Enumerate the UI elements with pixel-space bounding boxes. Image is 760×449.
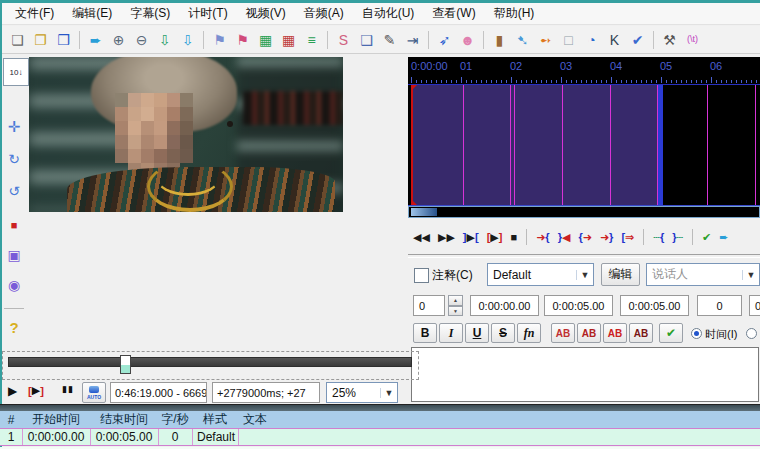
- automation-tools-icon[interactable]: ⚒: [659, 30, 680, 50]
- primary-color-button[interactable]: AB: [551, 323, 575, 343]
- play-line-button[interactable]: [▶]: [484, 230, 506, 245]
- by-frame-radio[interactable]: [746, 328, 757, 339]
- audio-ruler[interactable]: 0:00:00010203040506: [408, 57, 760, 84]
- menu-file[interactable]: 文件(F): [6, 3, 63, 24]
- drag-tool-icon[interactable]: ✛: [4, 116, 24, 138]
- menu-video[interactable]: 视频(V): [237, 3, 295, 24]
- spinner-up-icon[interactable]: ▲: [448, 295, 463, 306]
- rotate-z-tool-icon[interactable]: ↻: [4, 148, 24, 170]
- subtitle-text-input[interactable]: [411, 347, 759, 402]
- margin-left-field[interactable]: 0: [697, 295, 742, 316]
- margin-right-field[interactable]: 0: [749, 295, 760, 316]
- audio-scrollbar-thumb[interactable]: [411, 208, 437, 216]
- menu-edit[interactable]: 编辑(E): [63, 3, 121, 24]
- bold-button[interactable]: B: [413, 323, 437, 343]
- secondary-color-button[interactable]: AB: [577, 323, 601, 343]
- add-lead-out-button[interactable]: }┄: [669, 230, 686, 245]
- video-seek-track[interactable]: [8, 357, 412, 367]
- play-prev-button[interactable]: ◀◀: [410, 230, 433, 245]
- translation-assistant-icon[interactable]: ➶: [434, 30, 455, 50]
- chevron-down-icon[interactable]: ▼: [742, 270, 759, 280]
- by-time-radio[interactable]: [691, 328, 702, 339]
- fonts-collector-icon[interactable]: ➷: [512, 30, 533, 50]
- jump-to-icon[interactable]: ➨: [85, 30, 106, 50]
- strikeout-button[interactable]: S: [491, 323, 515, 343]
- play-selection-button[interactable]: ]▶[: [460, 230, 482, 245]
- shadow-color-button[interactable]: AB: [629, 323, 653, 343]
- audio-scrollbar[interactable]: [408, 206, 760, 218]
- commit-audio-button[interactable]: ✔: [699, 230, 714, 245]
- menu-subtitle[interactable]: 字幕(S): [121, 3, 179, 24]
- audio-waveform[interactable]: [408, 84, 760, 206]
- italic-button[interactable]: I: [439, 323, 463, 343]
- pause-button[interactable]: ▮▮: [62, 384, 74, 394]
- commit-button[interactable]: ✔: [659, 323, 683, 343]
- default-position-tool-icon[interactable]: 10↓: [3, 58, 29, 86]
- chevron-down-icon[interactable]: ▼: [380, 388, 397, 398]
- video-help-icon[interactable]: ?: [4, 316, 24, 338]
- rect-clip-tool-icon[interactable]: ▣: [4, 244, 24, 266]
- seek-video-to-end-icon[interactable]: ⇩: [177, 30, 198, 50]
- scale-tool-icon[interactable]: ■: [4, 214, 24, 236]
- menu-help[interactable]: 帮助(H): [485, 3, 544, 24]
- vector-clip-tool-icon[interactable]: ◉: [4, 274, 24, 296]
- attachments-icon[interactable]: ✎: [379, 30, 400, 50]
- play-line-video-button[interactable]: [▶]: [28, 384, 44, 397]
- add-lead-in-button[interactable]: ┄{: [650, 230, 667, 245]
- open-subtitles-icon[interactable]: ❐: [30, 30, 51, 50]
- stop-button[interactable]: ■: [507, 230, 520, 245]
- zoom-out-icon[interactable]: ⊖: [131, 30, 152, 50]
- selection-end-marker[interactable]: [658, 85, 663, 205]
- audio-selection[interactable]: [413, 85, 659, 205]
- snap-start-to-video-icon[interactable]: ⚑: [209, 30, 230, 50]
- menu-view[interactable]: 查看(W): [423, 3, 484, 24]
- timing-post-processor-icon[interactable]: ◔: [581, 30, 602, 50]
- play-500ms-after-button[interactable]: }◀: [555, 230, 574, 245]
- play-500ms-before-button[interactable]: ➜{: [533, 230, 553, 245]
- actor-select[interactable]: 说话人 ▼: [646, 263, 760, 286]
- layer-spinner[interactable]: ▲ ▼: [448, 295, 463, 316]
- select-lines-icon[interactable]: □: [558, 30, 579, 50]
- kanji-fish-icon[interactable]: ➻: [535, 30, 556, 50]
- edit-style-button[interactable]: 编辑: [601, 263, 640, 286]
- video-seek-handle[interactable]: [120, 355, 131, 374]
- insert-override-tag-icon[interactable]: (\t): [682, 30, 703, 50]
- menu-timing[interactable]: 计时(T): [179, 3, 236, 24]
- comment-checkbox[interactable]: [414, 268, 429, 283]
- grid-splitter[interactable]: [0, 404, 760, 411]
- layer-field[interactable]: 0: [413, 295, 445, 316]
- duration-field[interactable]: 0:00:05.00: [620, 295, 689, 316]
- video-display[interactable]: [29, 57, 343, 212]
- script-properties-icon[interactable]: ❑: [356, 30, 377, 50]
- play-next-button[interactable]: ▶▶: [435, 230, 458, 245]
- style-select[interactable]: Default ▼: [487, 263, 594, 286]
- start-time-field[interactable]: 0:00:00.00: [470, 295, 539, 316]
- resample-resolution-icon[interactable]: ▮: [489, 30, 510, 50]
- play-first-500ms-button[interactable]: {➜: [575, 230, 595, 245]
- shift-times-icon[interactable]: ⇥: [402, 30, 423, 50]
- grid-row-1[interactable]: 1 0:00:00.00 0:00:05.00 0 Default: [0, 429, 760, 446]
- go-to-next-line-button[interactable]: ➨: [716, 230, 731, 245]
- select-visible-lines-icon[interactable]: ▦: [255, 30, 276, 50]
- snap-end-to-video-icon[interactable]: ⚑: [232, 30, 253, 50]
- seek-video-to-start-icon[interactable]: ⇩: [154, 30, 175, 50]
- new-subtitles-icon[interactable]: ❏: [7, 30, 28, 50]
- selection-start-marker[interactable]: [411, 85, 413, 205]
- sort-lines-icon[interactable]: ≡: [301, 30, 322, 50]
- zoom-in-icon[interactable]: ⊕: [108, 30, 129, 50]
- video-zoom-select[interactable]: 25% ▼: [326, 382, 398, 403]
- save-subtitles-icon[interactable]: ❒: [53, 30, 74, 50]
- kanji-timer-icon[interactable]: K: [604, 30, 625, 50]
- end-time-field[interactable]: 0:00:05.00: [544, 295, 613, 316]
- auto-scroll-button[interactable]: AUTO: [82, 382, 106, 403]
- styling-assistant-icon[interactable]: ☻: [457, 30, 478, 50]
- play-to-end-button[interactable]: [⇒: [618, 230, 637, 245]
- play-last-500ms-button[interactable]: ➜}: [597, 230, 617, 245]
- outline-color-button[interactable]: AB: [603, 323, 627, 343]
- spell-checker-icon[interactable]: ✔: [627, 30, 648, 50]
- menu-automation[interactable]: 自动化(U): [353, 3, 424, 24]
- chevron-down-icon[interactable]: ▼: [576, 270, 593, 280]
- snap-to-scene-icon[interactable]: ▦: [278, 30, 299, 50]
- menu-audio[interactable]: 音频(A): [295, 3, 353, 24]
- rotate-xy-tool-icon[interactable]: ↺: [4, 180, 24, 202]
